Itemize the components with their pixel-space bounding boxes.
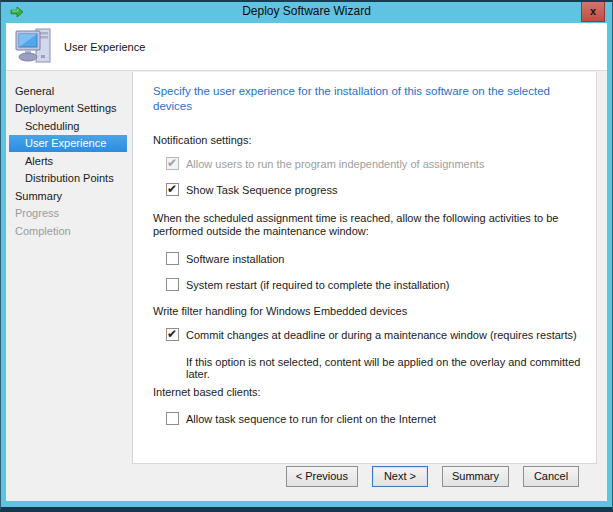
write-filter-note: If this option is not selected, content … [186,356,596,380]
checkbox-icon [166,278,179,291]
checkbox-icon [166,157,179,170]
checkbox-icon [166,328,179,341]
checkbox-label: Allow users to run the program independe… [186,158,484,170]
checkbox-label: Software installation [186,253,284,265]
checkbox-software-installation[interactable]: Software installation [166,252,284,265]
checkbox-icon [166,183,179,196]
wizard-header: User Experience [6,23,607,71]
summary-button[interactable]: Summary [442,466,509,487]
checkbox-commit-changes[interactable]: Commit changes at deadline or during a m… [166,328,577,341]
page-heading: Specify the user experience for the inst… [153,84,583,114]
next-button[interactable]: Next > [372,466,428,487]
dialog-surface: User Experience General Deployment Setti… [6,23,607,501]
notification-settings-label: Notification settings: [153,134,251,146]
internet-clients-label: Internet based clients: [153,386,261,398]
footer-button-bar: < Previous Next > Summary Cancel [286,466,579,487]
sidebar-item-general[interactable]: General [9,82,127,100]
cancel-button[interactable]: Cancel [523,466,579,487]
sidebar-item-deployment-settings[interactable]: Deployment Settings [9,100,127,118]
checkbox-show-task-sequence-progress[interactable]: Show Task Sequence progress [166,183,337,196]
window-title: Deploy Software Wizard [1,4,612,18]
write-filter-label: Write filter handling for Windows Embedd… [153,305,407,317]
sidebar-item-completion: Completion [9,222,127,240]
content-panel: Specify the user experience for the inst… [133,72,597,464]
sidebar-item-distribution-points[interactable]: Distribution Points [9,170,127,188]
checkbox-system-restart[interactable]: System restart (if required to complete … [166,278,450,291]
titlebar[interactable]: Deploy Software Wizard x [1,2,612,23]
computer-icon [14,27,54,67]
previous-button[interactable]: < Previous [286,466,358,487]
checkbox-label: Commit changes at deadline or during a m… [186,329,577,341]
checkbox-icon [166,412,179,425]
wizard-steps-sidebar: General Deployment Settings Scheduling U… [6,72,132,501]
checkbox-allow-users-run-program: Allow users to run the program independe… [166,157,484,170]
page-title: User Experience [64,41,145,53]
checkbox-allow-task-sequence-internet[interactable]: Allow task sequence to run for client on… [166,412,436,425]
checkbox-label: Allow task sequence to run for client on… [186,413,436,425]
checkbox-label: System restart (if required to complete … [186,279,450,291]
close-button[interactable]: x [581,2,605,22]
checkbox-icon [166,252,179,265]
sidebar-item-summary[interactable]: Summary [9,187,127,205]
deploy-software-wizard-window: Deploy Software Wizard x User Experience… [0,0,613,512]
sidebar-item-scheduling[interactable]: Scheduling [9,117,127,135]
maintenance-window-label: When the scheduled assignment time is re… [153,212,581,238]
sidebar-item-progress: Progress [9,205,127,223]
sidebar-item-alerts[interactable]: Alerts [9,152,127,170]
checkbox-label: Show Task Sequence progress [186,184,337,196]
sidebar-item-user-experience[interactable]: User Experience [9,135,127,153]
